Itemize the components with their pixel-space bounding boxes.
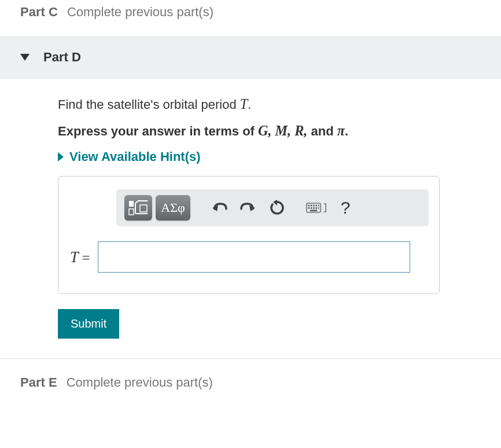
instruction-suffix: .	[345, 124, 348, 138]
submit-label: Submit	[71, 317, 106, 330]
bracket-icon	[323, 202, 327, 214]
help-label: ?	[341, 198, 351, 218]
undo-button[interactable]	[209, 197, 230, 218]
instruction-text: Express your answer in terms of G, M, R,…	[58, 123, 501, 139]
lhs-var: T	[70, 248, 79, 266]
svg-marker-1	[58, 152, 64, 161]
svg-rect-16	[313, 207, 315, 209]
part-e-header: Part E Complete previous part(s)	[0, 370, 501, 395]
part-c-label: Part C	[20, 5, 58, 19]
prompt-prefix: Find the satellite's orbital period	[58, 97, 240, 112]
part-d-header[interactable]: Part D	[0, 36, 501, 79]
keyboard-button[interactable]	[306, 197, 327, 218]
keyboard-icon	[306, 202, 321, 214]
answer-input[interactable]	[98, 241, 410, 273]
instruction-and: and	[307, 124, 337, 138]
svg-rect-4	[140, 205, 147, 212]
math-template-icon	[128, 200, 148, 216]
prompt-text: Find the satellite's orbital period T.	[58, 96, 501, 112]
divider	[0, 358, 501, 359]
svg-rect-14	[308, 207, 310, 209]
prompt-suffix: .	[248, 97, 251, 112]
svg-rect-19	[310, 210, 317, 211]
reset-icon	[269, 200, 285, 216]
svg-rect-3	[129, 209, 134, 215]
svg-rect-17	[315, 207, 317, 209]
equation-lhs: T =	[70, 248, 90, 266]
part-e-label: Part E	[20, 375, 57, 390]
submit-button[interactable]: Submit	[58, 309, 119, 339]
hints-label: View Available Hint(s)	[69, 149, 201, 164]
part-d-body: Find the satellite's orbital period T. E…	[0, 96, 501, 339]
help-button[interactable]: ?	[335, 197, 356, 218]
view-hints-button[interactable]: View Available Hint(s)	[58, 149, 201, 164]
equation-toolbar: ΑΣφ	[116, 189, 429, 226]
part-d-title: Part D	[43, 50, 81, 65]
svg-marker-0	[20, 54, 30, 61]
templates-button[interactable]	[124, 195, 152, 221]
svg-rect-13	[318, 205, 319, 207]
instruction-prefix: Express your answer in terms of	[58, 124, 258, 138]
answer-box: ΑΣφ	[58, 176, 440, 294]
svg-rect-12	[315, 205, 317, 207]
svg-rect-9	[308, 205, 310, 207]
equation-row: T =	[70, 241, 428, 273]
undo-icon	[211, 201, 227, 215]
svg-rect-15	[311, 207, 312, 209]
svg-rect-18	[318, 207, 319, 209]
caret-right-icon	[58, 152, 64, 161]
svg-marker-7	[273, 200, 277, 205]
prompt-var: T	[240, 96, 248, 112]
caret-down-icon	[20, 54, 30, 61]
greek-button[interactable]: ΑΣφ	[156, 195, 190, 221]
lhs-eq: =	[79, 250, 90, 265]
part-c-header: Part C Complete previous part(s)	[0, 0, 501, 24]
instruction-vars: G, M, R,	[258, 123, 307, 138]
redo-icon	[240, 201, 256, 215]
redo-button[interactable]	[238, 197, 259, 218]
format-group: ΑΣφ	[124, 195, 190, 221]
svg-rect-11	[313, 205, 315, 207]
svg-rect-2	[129, 201, 134, 207]
instruction-pi: π	[337, 123, 345, 138]
part-e-status: Complete previous part(s)	[67, 375, 213, 390]
svg-rect-10	[311, 205, 312, 207]
greek-label: ΑΣφ	[161, 200, 185, 215]
part-c-status: Complete previous part(s)	[67, 5, 213, 19]
reset-button[interactable]	[267, 197, 288, 218]
